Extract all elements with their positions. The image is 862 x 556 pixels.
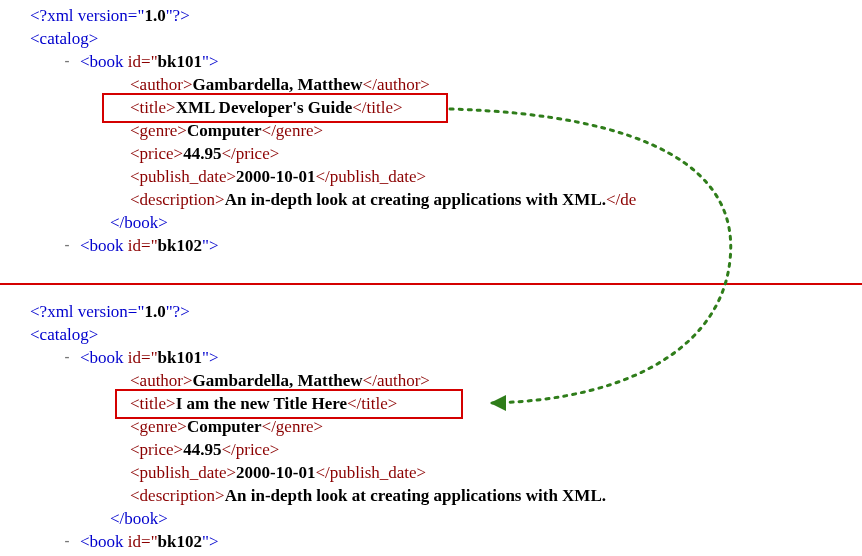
- author-line: <author>Gambardella, Matthew</author>: [0, 73, 862, 96]
- book2-open: -<book id="bk102">: [0, 234, 862, 257]
- title-line-before: <title>XML Developer's Guide</title>: [0, 96, 862, 119]
- book1-open: -<book id="bk101">: [0, 346, 862, 369]
- collapse-icon[interactable]: -: [62, 234, 72, 257]
- collapse-icon[interactable]: -: [62, 50, 72, 73]
- genre-line: <genre>Computer</genre>: [0, 119, 862, 142]
- xml-declaration: <?xml version="1.0"?>: [0, 300, 862, 323]
- price-line: <price>44.95</price>: [0, 438, 862, 461]
- xml-snippet-before: <?xml version="1.0"?> <catalog> -<book i…: [0, 4, 862, 257]
- book1-close: </book>: [0, 507, 862, 530]
- genre-line: <genre>Computer</genre>: [0, 415, 862, 438]
- title-line-after: <title>I am the new Title Here</title>: [0, 392, 862, 415]
- pubdate-line: <publish_date>2000-10-01</publish_date>: [0, 165, 862, 188]
- book1-close: </book>: [0, 211, 862, 234]
- xml-declaration: <?xml version="1.0"?>: [0, 4, 862, 27]
- author-line: <author>Gambardella, Matthew</author>: [0, 369, 862, 392]
- catalog-open: <catalog>: [0, 27, 862, 50]
- pubdate-line: <publish_date>2000-10-01</publish_date>: [0, 461, 862, 484]
- collapse-icon[interactable]: -: [62, 530, 72, 553]
- book1-open: -<book id="bk101">: [0, 50, 862, 73]
- desc-line: <description>An in-depth look at creatin…: [0, 188, 862, 211]
- price-line: <price>44.95</price>: [0, 142, 862, 165]
- xml-snippet-after: <?xml version="1.0"?> <catalog> -<book i…: [0, 300, 862, 553]
- desc-line: <description>An in-depth look at creatin…: [0, 484, 862, 507]
- catalog-open: <catalog>: [0, 323, 862, 346]
- book2-open: -<book id="bk102">: [0, 530, 862, 553]
- collapse-icon[interactable]: -: [62, 346, 72, 369]
- separator-line: [0, 283, 862, 285]
